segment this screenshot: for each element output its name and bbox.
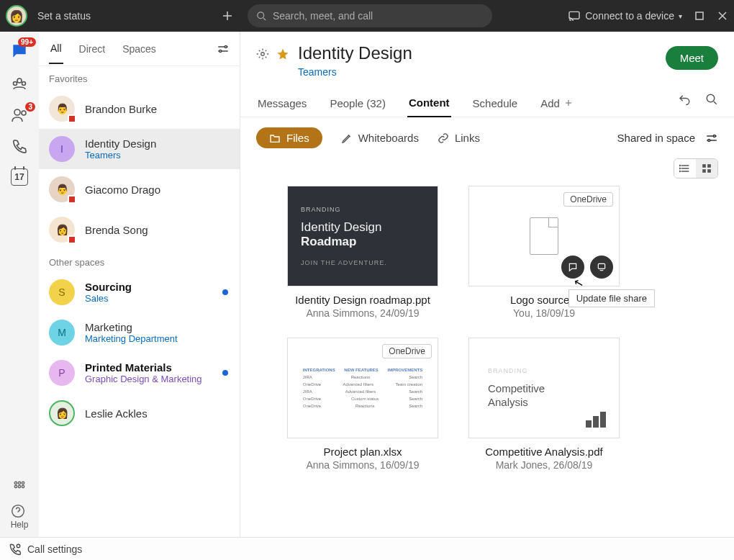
svg-point-12	[18, 485, 20, 487]
share-button[interactable]	[590, 256, 613, 279]
nav-apps[interactable]	[12, 479, 27, 494]
svg-point-16	[219, 50, 222, 52]
tab-content[interactable]: Content	[407, 89, 451, 117]
sidebar-item-marketing[interactable]: M Marketing Marketing Department	[39, 312, 240, 353]
svg-point-5	[22, 82, 26, 86]
svg-point-9	[18, 482, 20, 484]
main-content: Identity Design Teamers Meet Messages Pe…	[240, 32, 734, 537]
tooltip: Update file share	[568, 289, 655, 307]
avatar[interactable]: 👩	[6, 5, 27, 27]
cast-button[interactable]: Connect to a device ▾	[568, 10, 682, 22]
settings-icon[interactable]	[256, 48, 269, 60]
sidebar-item-printed[interactable]: P Printed Materials Graphic Design & Mar…	[39, 353, 240, 393]
star-icon[interactable]	[276, 48, 289, 60]
phone-settings-icon[interactable]	[9, 543, 22, 556]
section-favorites: Favorites	[39, 66, 240, 89]
page-subtitle[interactable]: Teamers	[298, 66, 412, 78]
file-name: Identity Design roadmap.ppt	[295, 294, 430, 306]
sidebar-item-identity-design[interactable]: I Identity Design Teamers	[39, 129, 240, 169]
svg-rect-25	[707, 164, 711, 168]
page-title: Identity Design	[298, 43, 412, 63]
svg-point-21	[679, 165, 680, 166]
file-card-plan[interactable]: OneDrive INTEGRATIONSNEW FEATURESIMPROVE…	[284, 338, 442, 471]
svg-rect-28	[598, 263, 604, 268]
link-icon	[438, 132, 449, 144]
sidebar-tab-all[interactable]: All	[49, 34, 63, 64]
filter-files[interactable]: Files	[256, 127, 322, 148]
sidebar: All Direct Spaces Favorites 👨 Brandon Bu…	[39, 32, 240, 537]
file-thumb: OneDrive ↖ Update file share	[468, 186, 620, 286]
svg-point-15	[225, 45, 227, 48]
svg-point-13	[22, 485, 24, 487]
filter-links[interactable]: Links	[438, 132, 480, 144]
nav-teams[interactable]	[11, 75, 28, 92]
filter-icon[interactable]	[217, 44, 230, 54]
search-placeholder: Search, meet, and call	[273, 10, 373, 22]
filter-whiteboards[interactable]: Whiteboards	[341, 132, 419, 144]
meet-button[interactable]: Meet	[666, 46, 718, 70]
view-list[interactable]	[674, 159, 696, 178]
sidebar-tab-direct[interactable]: Direct	[78, 35, 107, 63]
calendar-icon: 17	[11, 168, 28, 186]
svg-rect-24	[702, 164, 706, 168]
tab-schedule[interactable]: Schedule	[471, 90, 520, 117]
nav-contacts[interactable]: 3	[11, 107, 28, 124]
tab-add[interactable]: Add	[539, 90, 574, 117]
svg-point-3	[17, 78, 22, 83]
file-thumb: OneDrive INTEGRATIONSNEW FEATURESIMPROVE…	[287, 338, 438, 438]
file-thumb: BRANDING Competitive Analysis	[468, 338, 620, 438]
onedrive-badge: OneDrive	[382, 344, 432, 358]
unread-dot	[222, 370, 228, 376]
file-thumb: BRANDING Identity DesignRoadmap JOIN THE…	[287, 186, 438, 286]
document-icon	[530, 217, 558, 255]
restore-button[interactable]	[694, 10, 705, 22]
search-input[interactable]: Search, meet, and call	[248, 4, 492, 27]
status-text[interactable]: Set a status	[37, 10, 91, 22]
comment-button[interactable]	[561, 256, 584, 279]
file-name: Competitive Analysis.pdf	[485, 446, 602, 458]
search-content-icon[interactable]	[705, 93, 718, 106]
sidebar-item-brandon[interactable]: 👨 Brandon Burke	[39, 89, 240, 129]
onedrive-badge: OneDrive	[563, 192, 613, 207]
file-card-roadmap[interactable]: BRANDING Identity DesignRoadmap JOIN THE…	[284, 186, 442, 319]
call-settings-label[interactable]: Call settings	[27, 543, 82, 555]
view-toggle	[674, 158, 718, 179]
file-card-logo[interactable]: OneDrive ↖ Update file share Logo source…	[465, 186, 623, 319]
file-meta: You, 18/09/19	[513, 307, 575, 319]
titlebar: 👩 Set a status Search, meet, and call Co…	[0, 0, 734, 32]
svg-rect-26	[702, 169, 706, 173]
svg-point-17	[261, 53, 265, 56]
view-grid[interactable]	[696, 159, 717, 178]
nav-calls[interactable]	[12, 138, 27, 154]
svg-point-8	[14, 482, 17, 484]
svg-point-7	[22, 111, 26, 115]
expand-icon[interactable]	[678, 93, 691, 106]
svg-point-10	[22, 482, 24, 484]
sidebar-item-brenda[interactable]: 👩 Brenda Song	[39, 209, 240, 250]
nav-help[interactable]: Help	[11, 504, 29, 530]
svg-point-6	[14, 109, 20, 115]
tune-icon[interactable]	[705, 133, 718, 143]
file-card-comp[interactable]: BRANDING Competitive Analysis Competitiv…	[465, 338, 623, 471]
sidebar-tab-spaces[interactable]: Spaces	[121, 35, 158, 63]
file-meta: Anna Simmons, 16/09/19	[306, 459, 419, 471]
footer: Call settings	[0, 537, 734, 560]
sidebar-item-giacomo[interactable]: 👨 Giacomo Drago	[39, 169, 240, 209]
svg-point-11	[14, 485, 17, 487]
search-icon	[256, 11, 267, 22]
nav-rail: 99+ 3 17 Help	[0, 32, 39, 537]
folder-icon	[269, 133, 281, 143]
bars-icon	[586, 412, 606, 428]
svg-point-4	[14, 82, 17, 86]
add-icon[interactable]	[220, 9, 235, 23]
shared-in-space-label[interactable]: Shared in space	[617, 132, 695, 144]
tab-messages[interactable]: Messages	[256, 90, 308, 117]
nav-calendar[interactable]: 17	[11, 168, 28, 186]
contacts-badge: 3	[25, 102, 35, 112]
sidebar-item-sourcing[interactable]: S Sourcing Sales	[39, 272, 240, 312]
tab-people[interactable]: People (32)	[328, 90, 387, 117]
file-meta: Anna Simmons, 24/09/19	[306, 307, 419, 319]
nav-chat[interactable]: 99+	[10, 42, 29, 60]
sidebar-item-leslie[interactable]: 👩 Leslie Ackles	[39, 393, 240, 433]
close-button[interactable]	[717, 10, 728, 22]
